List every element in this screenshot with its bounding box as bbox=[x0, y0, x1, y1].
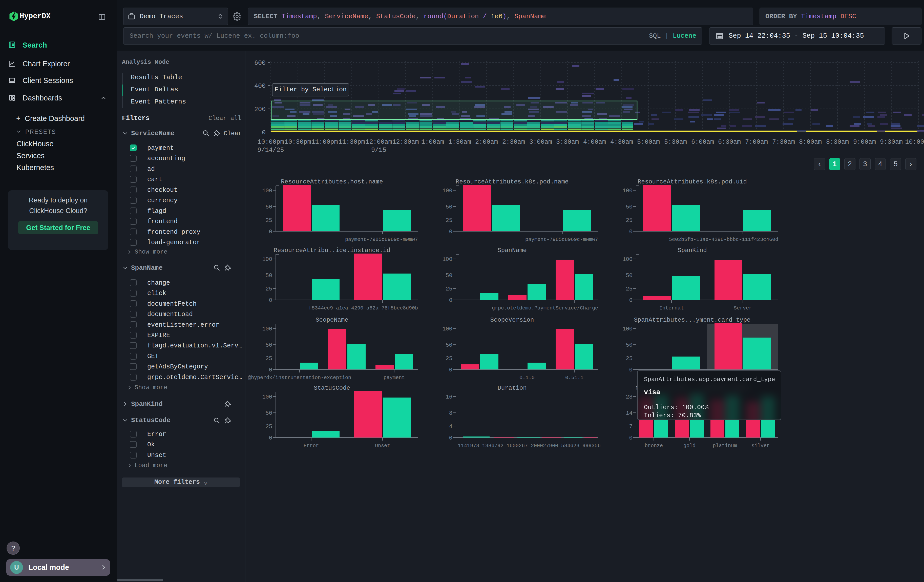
svg-text:1:30am: 1:30am bbox=[448, 138, 471, 146]
svg-text:100: 100 bbox=[262, 326, 272, 332]
svg-text:0.1.0: 0.1.0 bbox=[520, 375, 535, 381]
svg-text:ResourceAttributes.k8s.pod.nam: ResourceAttributes.k8s.pod.name bbox=[456, 178, 569, 185]
svg-text:50: 50 bbox=[266, 272, 272, 279]
svg-text:0: 0 bbox=[449, 229, 452, 235]
svg-text:grpc.oteldemo.PaymentService/C: grpc.oteldemo.PaymentService/Charge bbox=[492, 305, 598, 311]
svg-text:50: 50 bbox=[446, 342, 452, 348]
svg-text:7: 7 bbox=[629, 424, 632, 430]
svg-text:25: 25 bbox=[266, 286, 272, 292]
svg-text:100: 100 bbox=[262, 256, 272, 263]
svg-text:5e02b5fb-13ae-4296-bbbc-111f42: 5e02b5fb-13ae-4296-bbbc-111f423c460d bbox=[669, 237, 778, 242]
svg-text:400: 400 bbox=[254, 82, 266, 90]
svg-text:payment-7985c8969c-mwmw7: payment-7985c8969c-mwmw7 bbox=[345, 237, 418, 242]
svg-text:600: 600 bbox=[254, 59, 266, 67]
svg-text:0: 0 bbox=[449, 435, 452, 441]
svg-text:7:00am: 7:00am bbox=[745, 138, 768, 146]
svg-text:payment: payment bbox=[384, 375, 405, 381]
svg-text:0: 0 bbox=[262, 129, 266, 137]
svg-text:Unset: Unset bbox=[375, 443, 390, 448]
svg-text:StatusCode: StatusCode bbox=[314, 385, 350, 391]
svg-text:@hyperdx/instrumentation-excep: @hyperdx/instrumentation-exception bbox=[248, 375, 351, 381]
svg-text:ScopeVersion: ScopeVersion bbox=[490, 317, 534, 323]
svg-text:SpanAttributes...yment.card_ty: SpanAttributes...yment.card_type bbox=[634, 317, 751, 323]
svg-text:25: 25 bbox=[446, 218, 452, 224]
svg-text:10:30pm: 10:30pm bbox=[284, 138, 311, 146]
svg-text:0: 0 bbox=[629, 229, 632, 235]
svg-text:100: 100 bbox=[442, 188, 452, 194]
svg-text:11:00pm: 11:00pm bbox=[311, 138, 338, 146]
svg-text:4:00am: 4:00am bbox=[583, 138, 606, 146]
svg-text:100: 100 bbox=[622, 256, 632, 263]
svg-text:9/14/25: 9/14/25 bbox=[257, 147, 284, 154]
svg-text:16: 16 bbox=[446, 394, 452, 400]
svg-text:4: 4 bbox=[449, 424, 452, 430]
svg-text:0: 0 bbox=[629, 435, 632, 441]
svg-text:5:00am: 5:00am bbox=[637, 138, 660, 146]
svg-text:Server: Server bbox=[734, 305, 752, 311]
svg-text:12:00am: 12:00am bbox=[365, 138, 392, 146]
svg-text:25: 25 bbox=[266, 424, 272, 430]
svg-text:10:00pm: 10:00pm bbox=[257, 138, 284, 146]
svg-text:100: 100 bbox=[262, 188, 272, 194]
svg-text:2:00am: 2:00am bbox=[475, 138, 498, 146]
svg-text:25: 25 bbox=[626, 286, 632, 292]
svg-text:50: 50 bbox=[446, 272, 452, 279]
svg-text:50: 50 bbox=[446, 204, 452, 210]
svg-text:gold: gold bbox=[683, 443, 696, 448]
svg-text:0: 0 bbox=[269, 229, 272, 235]
svg-text:9:30am: 9:30am bbox=[880, 138, 903, 146]
svg-text:8: 8 bbox=[449, 410, 452, 417]
svg-text:SpanName: SpanName bbox=[497, 247, 526, 254]
svg-text:0: 0 bbox=[269, 435, 272, 441]
svg-text:0: 0 bbox=[629, 297, 632, 303]
svg-text:25: 25 bbox=[446, 356, 452, 362]
svg-text:9:00am: 9:00am bbox=[853, 138, 876, 146]
svg-text:0: 0 bbox=[269, 297, 272, 303]
svg-text:ResourceAttributes.host.name: ResourceAttributes.host.name bbox=[281, 178, 383, 185]
svg-text:7:30am: 7:30am bbox=[772, 138, 795, 146]
svg-text:0: 0 bbox=[269, 367, 272, 373]
svg-text:50: 50 bbox=[266, 342, 272, 348]
svg-text:0: 0 bbox=[629, 367, 632, 373]
svg-text:25: 25 bbox=[626, 218, 632, 224]
svg-text:3:00am: 3:00am bbox=[529, 138, 552, 146]
svg-text:1:00am: 1:00am bbox=[421, 138, 444, 146]
svg-text:0: 0 bbox=[449, 367, 452, 373]
svg-text:28: 28 bbox=[626, 394, 632, 400]
svg-text:ResourceAttributes.k8s.pod.uid: ResourceAttributes.k8s.pod.uid bbox=[638, 178, 747, 185]
svg-text:f5344ec9-a1ea-4290-a62a-78f5be: f5344ec9-a1ea-4290-a62a-78f5bee8d90b bbox=[309, 305, 418, 311]
svg-text:ResourceAttribu..ice.instance.: ResourceAttribu..ice.instance.id bbox=[274, 247, 390, 254]
svg-text:ScopeName: ScopeName bbox=[315, 317, 348, 323]
svg-text:25: 25 bbox=[266, 356, 272, 362]
svg-text:50: 50 bbox=[626, 342, 632, 348]
svg-text:25: 25 bbox=[626, 356, 632, 362]
svg-text:Internal: Internal bbox=[659, 305, 684, 311]
svg-text:6:00am: 6:00am bbox=[691, 138, 714, 146]
svg-text:1141978 1386792 1600267 200027: 1141978 1386792 1600267 200027900 584623… bbox=[458, 443, 601, 448]
svg-text:10:00am: 10:00am bbox=[905, 138, 924, 146]
svg-text:5:30am: 5:30am bbox=[664, 138, 687, 146]
svg-text:6:30am: 6:30am bbox=[718, 138, 741, 146]
svg-text:3:30am: 3:30am bbox=[556, 138, 579, 146]
svg-text:4:30am: 4:30am bbox=[610, 138, 633, 146]
svg-text:50: 50 bbox=[626, 272, 632, 279]
svg-text:50: 50 bbox=[266, 204, 272, 210]
svg-text:100: 100 bbox=[622, 326, 632, 332]
svg-text:Duration: Duration bbox=[497, 385, 526, 391]
svg-text:9/15: 9/15 bbox=[371, 147, 386, 154]
svg-text:50: 50 bbox=[266, 410, 272, 417]
svg-text:11:30pm: 11:30pm bbox=[338, 138, 365, 146]
svg-text:payment-7985c8969c-mwmw7: payment-7985c8969c-mwmw7 bbox=[525, 237, 598, 242]
svg-text:bronze: bronze bbox=[645, 443, 663, 448]
svg-text:0.51.1: 0.51.1 bbox=[565, 375, 583, 381]
svg-text:200: 200 bbox=[254, 106, 266, 113]
svg-text:2:30am: 2:30am bbox=[502, 138, 525, 146]
svg-text:25: 25 bbox=[266, 218, 272, 224]
svg-text:100: 100 bbox=[262, 394, 272, 400]
svg-text:Error: Error bbox=[304, 443, 319, 448]
svg-text:silver: silver bbox=[751, 443, 770, 448]
svg-text:100: 100 bbox=[442, 256, 452, 263]
svg-text:50: 50 bbox=[626, 204, 632, 210]
svg-text:100: 100 bbox=[622, 188, 632, 194]
svg-text:12:30am: 12:30am bbox=[392, 138, 419, 146]
